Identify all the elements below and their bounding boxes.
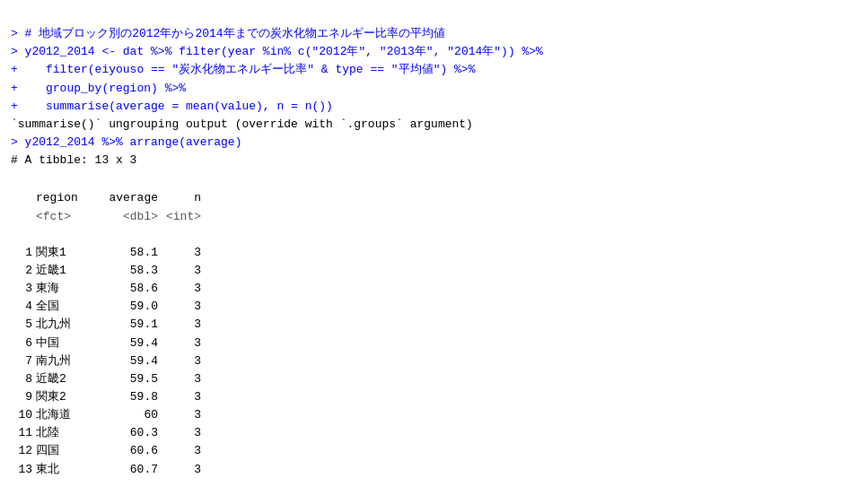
row-region: 中国: [36, 335, 101, 352]
row-average: 58.1: [101, 244, 165, 262]
row-num: 12: [11, 442, 36, 460]
row-average: 59.4: [101, 335, 165, 352]
row-region: 北陸: [36, 424, 101, 442]
row-n: 3: [165, 388, 201, 406]
table-row: 9関東259.83: [11, 388, 839, 406]
row-num: 10: [11, 406, 36, 424]
row-num: 2: [11, 262, 36, 280]
row-num: 4: [11, 298, 36, 316]
row-average: 59.8: [101, 388, 165, 406]
row-num: 1: [11, 244, 36, 262]
row-average: 60.3: [101, 424, 165, 442]
ungrouping-msg: `summarise()` ungrouping output (overrid…: [11, 117, 473, 131]
row-average: 58.3: [101, 262, 165, 280]
row-num: 9: [11, 388, 36, 406]
code-line3: + group_by(region) %>%: [11, 82, 186, 95]
row-n: 3: [165, 406, 201, 424]
col-type-average: <dbl>: [101, 208, 165, 226]
table-row: 11北陸60.33: [11, 424, 839, 442]
table-row: 4全国59.03: [11, 298, 839, 316]
col-header-n: n: [165, 189, 201, 207]
row-n: 3: [165, 280, 201, 298]
row-average: 60.7: [101, 461, 165, 479]
col-type-n: <int>: [165, 208, 201, 226]
table-row: 5北九州59.13: [11, 316, 839, 334]
table-output: regionaveragen <fct><dbl><int> 1関東158.13…: [11, 171, 839, 478]
table-row: 2近畿158.33: [11, 262, 839, 280]
row-num: 11: [11, 424, 36, 442]
col-type-region: <fct>: [36, 208, 101, 226]
table-row: 7南九州59.43: [11, 352, 839, 370]
row-num: 13: [11, 461, 36, 479]
table-row: 8近畿259.53: [11, 370, 839, 388]
row-num: 8: [11, 370, 36, 388]
row-n: 3: [165, 335, 201, 352]
row-n: 3: [165, 352, 201, 370]
col-header-average: average: [101, 189, 165, 207]
row-n: 3: [165, 461, 201, 479]
tibble-info: # A tibble: 13 x 3: [11, 153, 136, 167]
table-row: 12四国60.63: [11, 442, 839, 460]
table-row: 6中国59.43: [11, 335, 839, 352]
table-rows: 1関東158.132近畿158.333東海58.634全国59.035北九州59…: [11, 244, 839, 479]
code-line1: > y2012_2014 <- dat %>% filter(year %in%…: [11, 45, 543, 58]
arrange-line: > y2012_2014 %>% arrange(average): [11, 135, 241, 149]
table-row: 10北海道603: [11, 406, 839, 424]
row-region: 東海: [36, 280, 101, 298]
table-row: 3東海58.63: [11, 280, 839, 298]
row-n: 3: [165, 424, 201, 442]
row-average: 59.0: [101, 298, 165, 316]
col-header-region: region: [36, 189, 101, 207]
row-num: 3: [11, 280, 36, 298]
row-region: 東北: [36, 461, 101, 479]
row-average: 59.5: [101, 370, 165, 388]
row-region: 全国: [36, 298, 101, 316]
row-region: 北海道: [36, 406, 101, 424]
row-average: 58.6: [101, 280, 165, 298]
row-region: 近畿2: [36, 370, 101, 388]
code-line4: + summarise(average = mean(value), n = n…: [11, 100, 333, 113]
table-row: 1関東158.13: [11, 244, 839, 262]
row-average: 59.4: [101, 352, 165, 370]
row-n: 3: [165, 370, 201, 388]
code-line2: + filter(eiyouso == "炭水化物エネルギー比率" & type…: [11, 63, 475, 76]
comment-line: > # 地域ブロック別の2012年から2014年までの炭水化物エネルギー比率の平…: [11, 27, 445, 40]
row-region: 関東1: [36, 244, 101, 262]
row-num: 5: [11, 316, 36, 334]
row-region: 北九州: [36, 316, 101, 334]
row-average: 59.1: [101, 316, 165, 334]
row-region: 近畿1: [36, 262, 101, 280]
row-n: 3: [165, 262, 201, 280]
row-n: 3: [165, 442, 201, 460]
row-region: 関東2: [36, 388, 101, 406]
table-row: 13東北60.73: [11, 461, 839, 479]
row-average: 60.6: [101, 442, 165, 460]
row-num: 6: [11, 335, 36, 352]
row-n: 3: [165, 244, 201, 262]
row-average: 60: [101, 406, 165, 424]
row-region: 南九州: [36, 352, 101, 370]
console-output: > # 地域ブロック別の2012年から2014年までの炭水化物エネルギー比率の平…: [11, 7, 839, 169]
row-n: 3: [165, 298, 201, 316]
row-region: 四国: [36, 442, 101, 460]
row-n: 3: [165, 316, 201, 334]
row-num: 7: [11, 352, 36, 370]
